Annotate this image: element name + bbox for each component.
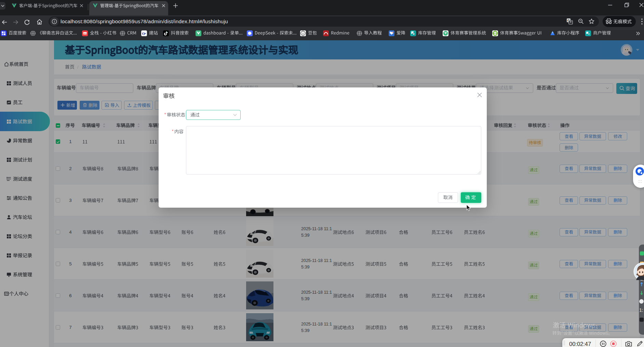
svg-text:hon: hon (83, 32, 87, 34)
